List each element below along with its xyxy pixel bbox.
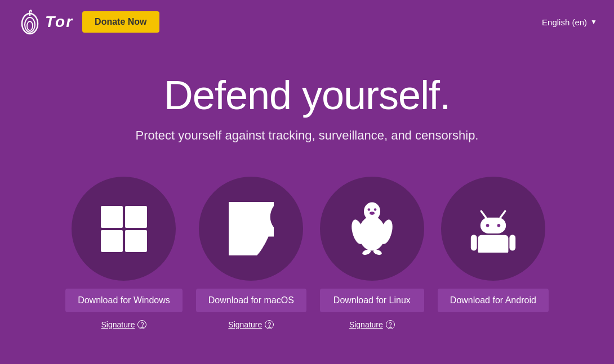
- download-android-button[interactable]: Download for Android: [438, 289, 549, 312]
- svg-rect-24: [483, 249, 490, 253]
- tor-logo: Tor: [17, 8, 73, 36]
- signature-macos: Signature ?: [228, 320, 274, 329]
- svg-line-17: [500, 211, 505, 217]
- svg-rect-25: [496, 249, 504, 253]
- hero-subtitle: Protect yourself against tracking, surve…: [11, 128, 603, 143]
- signature-help-macos-icon[interactable]: ?: [265, 320, 274, 329]
- download-linux-button[interactable]: Download for Linux: [320, 289, 424, 312]
- svg-point-9: [374, 208, 376, 210]
- svg-rect-22: [471, 235, 477, 250]
- downloads-section: Download for Windows Signature ? Downloa…: [0, 165, 614, 329]
- download-windows-button[interactable]: Download for Windows: [65, 289, 183, 312]
- signature-windows: Signature ?: [101, 320, 147, 329]
- donate-button[interactable]: Donate Now: [82, 11, 159, 33]
- svg-rect-23: [509, 235, 515, 250]
- linux-tux-icon: [348, 202, 396, 255]
- svg-point-8: [368, 208, 370, 210]
- windows-icon: [99, 204, 149, 254]
- signature-help-icon[interactable]: ?: [137, 320, 146, 329]
- hero-section: Defend yourself. Protect yourself agains…: [0, 44, 614, 165]
- download-linux: Download for Linux Signature ?: [320, 177, 424, 329]
- language-label: English (en): [542, 17, 587, 27]
- hero-title: Defend yourself.: [11, 72, 603, 118]
- download-android: Download for Android Signature: [438, 177, 549, 329]
- signature-windows-link[interactable]: Signature ?: [101, 320, 147, 329]
- android-icon-circle: [441, 177, 545, 281]
- header: Tor Donate Now English (en) ▼: [0, 0, 614, 44]
- signature-macos-link[interactable]: Signature ?: [228, 320, 274, 329]
- tor-onion-icon: [17, 8, 43, 36]
- download-macos-button[interactable]: Download for macOS: [196, 289, 306, 312]
- svg-rect-21: [478, 235, 508, 253]
- svg-point-19: [486, 224, 490, 227]
- svg-rect-3: [101, 206, 123, 228]
- svg-line-16: [481, 211, 486, 217]
- svg-point-2: [27, 21, 33, 30]
- svg-point-10: [370, 212, 375, 215]
- svg-rect-6: [125, 230, 147, 252]
- download-windows: Download for Windows Signature ?: [65, 177, 183, 329]
- svg-point-20: [497, 224, 500, 227]
- signature-linux: Signature ?: [349, 320, 395, 329]
- chevron-down-icon: ▼: [590, 18, 597, 26]
- signature-linux-link[interactable]: Signature ?: [349, 320, 395, 329]
- linux-icon-circle: [320, 177, 424, 281]
- download-macos: Download for macOS Signature ?: [196, 177, 306, 329]
- svg-rect-5: [101, 230, 123, 252]
- macos-icon-circle: [199, 177, 303, 281]
- signature-help-linux-icon[interactable]: ?: [386, 320, 395, 329]
- windows-icon-circle: [72, 177, 176, 281]
- android-icon: [469, 205, 517, 253]
- tor-logo-wordmark: Tor: [45, 13, 73, 31]
- header-left: Tor Donate Now: [17, 8, 159, 36]
- svg-rect-18: [480, 218, 506, 233]
- svg-rect-4: [125, 206, 147, 228]
- language-selector[interactable]: English (en) ▼: [542, 17, 597, 27]
- apple-icon: [229, 202, 274, 255]
